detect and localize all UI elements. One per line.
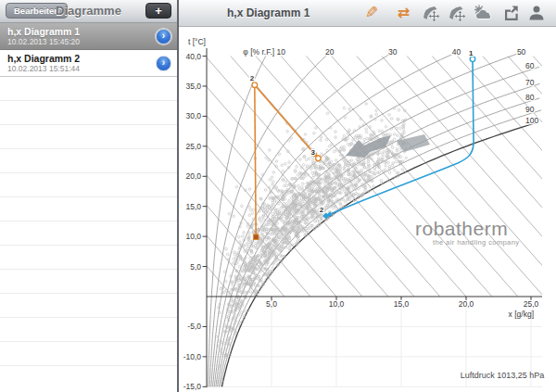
svg-text:60: 60 xyxy=(525,61,535,70)
svg-text:5,0: 5,0 xyxy=(266,299,277,309)
svg-text:φ [% r.F.] 10: φ [% r.F.] 10 xyxy=(243,47,285,57)
svg-text:10,0: 10,0 xyxy=(185,232,201,241)
app-window: Bearbeiten Diagramme + h,x Diagramm 1 10… xyxy=(0,0,556,392)
axis-labels: 40,035,030,025,020,015,010,05,0-5,0-10,0… xyxy=(183,37,539,391)
svg-text:40: 40 xyxy=(452,47,461,57)
chart-scale-x-icon[interactable] xyxy=(421,3,441,23)
svg-text:40,0: 40,0 xyxy=(185,52,201,61)
list-item-subtitle: 10.02.2013 15:51:44 xyxy=(7,64,153,73)
pressure-note: Luftdruck 1013,25 hPa xyxy=(461,371,545,380)
svg-text:15,0: 15,0 xyxy=(394,299,410,309)
pencil-icon[interactable]: ✎ xyxy=(361,3,382,23)
svg-text:3: 3 xyxy=(310,148,315,157)
list-item-subtitle: 10.02.2013 15:45:20 xyxy=(7,37,153,46)
empty-list-rows xyxy=(0,77,177,374)
disclosure-chevron-icon[interactable]: › xyxy=(156,56,171,71)
svg-text:25,0: 25,0 xyxy=(185,142,201,151)
sidebar: Bearbeiten Diagramme + h,x Diagramm 1 10… xyxy=(0,0,179,392)
svg-text:1: 1 xyxy=(469,49,474,57)
weather-icon[interactable] xyxy=(473,3,493,23)
list-item-title: h,x Diagramm 1 xyxy=(7,26,153,37)
svg-text:5,0: 5,0 xyxy=(190,262,201,272)
svg-text:20: 20 xyxy=(325,47,335,57)
page-title: h,x Diagramm 1 xyxy=(227,6,310,19)
share-icon[interactable] xyxy=(500,3,521,23)
svg-text:30,0: 30,0 xyxy=(185,111,201,120)
svg-text:30: 30 xyxy=(388,47,398,57)
svg-text:100: 100 xyxy=(525,116,538,125)
list-item-diagram-2[interactable]: h,x Diagramm 2 10.02.2013 15:51:44 › xyxy=(0,50,177,77)
list-item-diagram-1[interactable]: h,x Diagramm 1 10.02.2013 15:45:20 › xyxy=(0,23,177,50)
svg-text:x [g/kg]: x [g/kg] xyxy=(509,310,534,319)
disclosure-chevron-icon[interactable]: › xyxy=(156,29,171,44)
hx-diagram[interactable]: robathermthe air handling company40,035,… xyxy=(182,26,556,392)
svg-text:20,0: 20,0 xyxy=(185,171,201,181)
svg-text:15,0: 15,0 xyxy=(185,202,201,211)
chart-scale-y-icon[interactable] xyxy=(447,3,467,23)
svg-text:t [°C]: t [°C] xyxy=(188,37,206,46)
svg-text:-10,0: -10,0 xyxy=(183,352,202,361)
svg-text:50: 50 xyxy=(517,47,526,57)
humidity-labels: φ [% r.F.] 102030405060708090100 xyxy=(243,47,538,125)
main-pane: h,x Diagramm 1 ✎ ⇄ xyxy=(179,0,556,392)
transfer-icon[interactable]: ⇄ xyxy=(393,3,413,23)
svg-text:2: 2 xyxy=(320,206,324,214)
hx-diagram-area[interactable]: robathermthe air handling company40,035,… xyxy=(182,26,556,392)
main-header: h,x Diagramm 1 ✎ ⇄ xyxy=(179,0,556,27)
svg-text:25,0: 25,0 xyxy=(524,299,539,309)
svg-text:35,0: 35,0 xyxy=(185,82,201,91)
list-item-title: h,x Diagramm 2 xyxy=(7,53,153,64)
svg-text:-15,0: -15,0 xyxy=(183,382,202,391)
svg-text:70: 70 xyxy=(525,78,535,87)
svg-text:2: 2 xyxy=(250,74,255,82)
svg-text:80: 80 xyxy=(525,93,535,102)
add-diagram-button[interactable]: + xyxy=(145,3,171,19)
header-toolbar: ✎ ⇄ xyxy=(361,0,547,26)
svg-text:10,0: 10,0 xyxy=(329,299,345,309)
user-icon[interactable] xyxy=(526,3,547,23)
svg-text:robatherm: robatherm xyxy=(415,218,508,239)
sidebar-toolbar: Bearbeiten Diagramme + xyxy=(0,0,177,23)
svg-text:the air handling company: the air handling company xyxy=(433,238,519,247)
svg-text:90: 90 xyxy=(525,105,535,114)
svg-text:-5,0: -5,0 xyxy=(187,322,201,331)
svg-text:20,0: 20,0 xyxy=(459,299,474,309)
